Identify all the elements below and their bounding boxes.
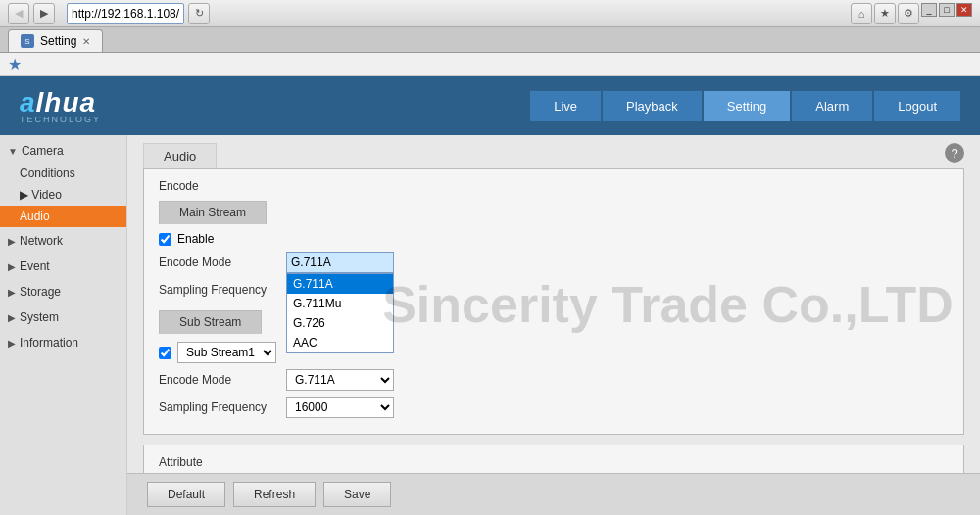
sidebar-item-video[interactable]: ▶ Video [0, 184, 126, 206]
address-bar-container: http://192.168.1.108/ ↻ [67, 3, 210, 24]
sampling-freq-row: Sampling Frequency 16000 [159, 279, 949, 301]
logo-a-letter: a [20, 87, 36, 117]
window-controls: ⌂ ★ ⚙ _ □ ✕ [851, 3, 972, 24]
encode-mode-label: Encode Mode [159, 256, 286, 269]
tab-close-icon[interactable]: ✕ [82, 36, 90, 47]
active-tab[interactable]: S Setting ✕ [8, 29, 103, 52]
save-button[interactable]: Save [323, 482, 391, 507]
camera-arrow-icon: ▼ [8, 146, 18, 157]
sidebar-event-label: Event [20, 259, 50, 273]
storage-arrow-icon: ▶ [8, 287, 16, 298]
sidebar-section-storage: ▶ Storage [0, 280, 126, 304]
main-layout: ▼ Camera Conditions ▶ Video Audio ▶ Netw… [0, 135, 980, 515]
system-arrow-icon: ▶ [8, 312, 16, 323]
nav-live-button[interactable]: Live [530, 91, 601, 121]
sub-encode-mode-label: Encode Mode [159, 373, 286, 387]
forward-button[interactable]: ▶ [33, 3, 55, 24]
stream-tabs: Main Stream [159, 201, 949, 224]
encode-mode-option-0[interactable]: G.711A [287, 274, 393, 294]
sidebar-event-header[interactable]: ▶ Event [0, 255, 126, 278]
sub-encode-mode-row: Encode Mode G.711A [159, 369, 949, 391]
sub-sampling-label: Sampling Frequency [159, 400, 286, 414]
encode-mode-selected[interactable]: G.711A [286, 252, 394, 273]
tab-title: Setting [40, 34, 76, 48]
nav-playback-button[interactable]: Playback [603, 91, 702, 121]
back-button[interactable]: ◀ [8, 3, 29, 24]
browser-titlebar: ◀ ▶ http://192.168.1.108/ ↻ ⌂ ★ ⚙ _ □ ✕ [0, 0, 980, 27]
encode-mode-option-2[interactable]: G.726 [287, 313, 393, 333]
sidebar-storage-header[interactable]: ▶ Storage [0, 280, 126, 304]
enable-checkbox-row: Enable [159, 232, 949, 246]
sidebar-section-network: ▶ Network [0, 229, 126, 253]
browser-nav-controls: ◀ ▶ http://192.168.1.108/ ↻ [8, 3, 218, 24]
sub-encode-mode-select[interactable]: G.711A [286, 369, 394, 391]
minimize-button[interactable]: _ [921, 3, 937, 17]
information-arrow-icon: ▶ [8, 338, 16, 349]
encode-mode-dropdown-container: G.711A G.711A G.711Mu G.726 AAC [286, 252, 394, 273]
bookmark-star-icon: ★ [8, 55, 22, 73]
logo-rest: lhua [36, 87, 97, 117]
default-button[interactable]: Default [147, 482, 225, 507]
sub-stream-select[interactable]: Sub Stream1 [177, 342, 276, 363]
nav-setting-button[interactable]: Setting [704, 91, 790, 121]
refresh-button[interactable]: Refresh [233, 482, 316, 507]
maximize-button[interactable]: □ [939, 3, 955, 17]
sidebar-information-label: Information [20, 336, 78, 350]
browser-tabs: S Setting ✕ [0, 27, 980, 53]
encode-mode-dropdown-list: G.711A G.711Mu G.726 AAC [286, 273, 394, 353]
video-arrow-icon: ▶ [20, 188, 31, 202]
encode-section: Encode Main Stream Enable Encode Mode [143, 168, 964, 435]
enable-checkbox[interactable] [159, 233, 172, 246]
nav-alarm-button[interactable]: Alarm [792, 91, 872, 121]
sidebar-section-system: ▶ System [0, 305, 126, 329]
address-bar[interactable]: http://192.168.1.108/ [67, 3, 184, 24]
attribute-section-title: Attribute [159, 455, 949, 469]
refresh-button[interactable]: ↻ [188, 3, 210, 24]
sub-sampling-row: Sampling Frequency 16000 [159, 397, 949, 418]
main-stream-tab[interactable]: Main Stream [159, 201, 267, 224]
sampling-freq-label: Sampling Frequency [159, 283, 286, 297]
sidebar-section-information: ▶ Information [0, 331, 126, 354]
sidebar-network-header[interactable]: ▶ Network [0, 229, 126, 253]
tab-favicon: S [21, 34, 34, 48]
app-header: alhua TECHNOLOGY Live Playback Setting A… [0, 76, 980, 135]
sub-enable-checkbox[interactable] [159, 347, 172, 359]
sub-stream-tab[interactable]: Sub Stream [159, 310, 262, 334]
sidebar-network-label: Network [20, 234, 63, 248]
logo-area: alhua TECHNOLOGY [20, 87, 101, 124]
nav-logout-button[interactable]: Logout [874, 91, 960, 121]
sidebar-information-header[interactable]: ▶ Information [0, 331, 126, 354]
encode-mode-option-1[interactable]: G.711Mu [287, 294, 393, 313]
home-button[interactable]: ⌂ [851, 3, 872, 24]
sidebar-camera-label: Camera [22, 144, 64, 158]
sub-enable-row: Sub Stream1 [159, 342, 949, 363]
sidebar-system-label: System [20, 310, 59, 324]
bookmark-button[interactable]: ★ [874, 3, 896, 24]
sub-enable-label: Sub Stream1 [177, 342, 276, 363]
sidebar-section-camera: ▼ Camera Conditions ▶ Video Audio [0, 139, 126, 227]
settings-button[interactable]: ⚙ [898, 3, 919, 24]
close-button[interactable]: ✕ [956, 3, 972, 17]
encode-section-title: Encode [159, 179, 949, 193]
app-container: alhua TECHNOLOGY Live Playback Setting A… [0, 76, 980, 515]
page-title-tab: Audio [143, 143, 217, 168]
encode-mode-row: Encode Mode G.711A G.711A G.711Mu G.726 … [159, 252, 949, 273]
sidebar: ▼ Camera Conditions ▶ Video Audio ▶ Netw… [0, 135, 127, 515]
attribute-section: Attribute AudioIn Type LineIn Noise Filt… [143, 445, 964, 473]
sub-stream-tabs: Sub Stream [159, 310, 949, 334]
bottom-bar: Default Refresh Save [127, 473, 980, 515]
sub-stream-section: Sub Stream Sub Stream1 Encode Mode [159, 310, 949, 418]
network-arrow-icon: ▶ [8, 236, 16, 247]
sidebar-system-header[interactable]: ▶ System [0, 305, 126, 329]
sidebar-item-audio[interactable]: Audio [0, 206, 126, 227]
help-icon[interactable]: ? [945, 143, 964, 163]
sub-sampling-select[interactable]: 16000 [286, 397, 394, 418]
main-nav: Live Playback Setting Alarm Logout [530, 91, 960, 121]
enable-label: Enable [177, 232, 214, 246]
sidebar-camera-header[interactable]: ▼ Camera [0, 139, 126, 163]
content-area: Sincerity Trade Co.,LTD Audio ? Encode M… [127, 135, 980, 473]
encode-mode-option-3[interactable]: AAC [287, 333, 393, 352]
sidebar-item-conditions[interactable]: Conditions [0, 163, 126, 184]
bookmark-bar: ★ [0, 53, 980, 76]
logo-subtitle: TECHNOLOGY [20, 115, 101, 124]
